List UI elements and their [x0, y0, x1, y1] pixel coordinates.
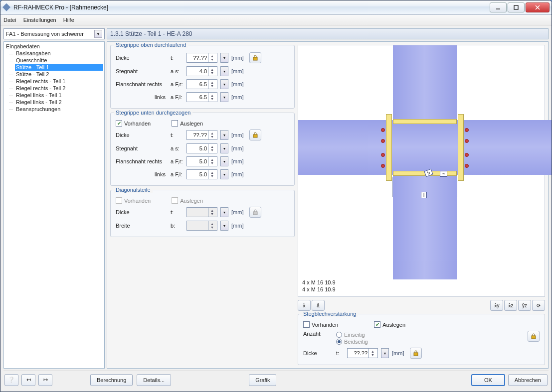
- diag-present-check[interactable]: Vorhanden: [116, 197, 151, 204]
- group-bottom-rib: Stegrippe unten durchgezogen ✔Vorhanden …: [110, 113, 295, 186]
- ok-button[interactable]: OK: [471, 374, 505, 386]
- bottom-flange-l-input[interactable]: 5.0▲▼: [186, 169, 217, 179]
- viewer-toolbar: x̂ â x̂y x̂z ŷz ⟳: [298, 300, 545, 311]
- view-iso-button[interactable]: ⟳: [532, 300, 545, 311]
- view-xz-button[interactable]: x̂z: [504, 300, 517, 311]
- tree-item[interactable]: Stütze - Teil 2: [15, 71, 103, 78]
- group-webplate: Stegblechverstärkung Vorhanden ✔Auslegen…: [298, 314, 545, 365]
- webplate-thickness-input[interactable]: ??.??▲▼: [347, 348, 378, 358]
- content-header: 1.3.1 Stütze - Teil 1 - HE-A 280: [107, 28, 549, 39]
- webplate-thickness-lock[interactable]: [410, 348, 422, 359]
- top-flange-l-input[interactable]: 6.5▲▼: [186, 92, 217, 102]
- top-webweld-drop[interactable]: ▾: [220, 66, 228, 76]
- tree-root[interactable]: Eingabedaten: [5, 43, 103, 50]
- tree-item[interactable]: Riegel links - Teil 2: [15, 99, 103, 106]
- bottom-webweld-input[interactable]: 5.0▲▼: [186, 143, 217, 153]
- cancel-button[interactable]: Abbrechen: [508, 374, 548, 386]
- webplate-count-lock[interactable]: [528, 331, 540, 342]
- webplate-present-check[interactable]: Vorhanden: [303, 321, 338, 328]
- svg-rect-7: [532, 336, 536, 339]
- nav-tree[interactable]: Eingabedaten BasisangabenQuerschnitteStü…: [3, 41, 105, 369]
- tree-item[interactable]: Riegel rechts - Teil 2: [15, 85, 103, 92]
- svg-rect-1: [514, 5, 518, 9]
- calc-button[interactable]: Berechnung: [90, 374, 133, 386]
- minimize-button[interactable]: [490, 2, 507, 12]
- graphic-button[interactable]: Grafik: [249, 374, 276, 386]
- tree-item[interactable]: Basisangaben: [15, 50, 103, 57]
- svg-rect-5: [253, 134, 257, 137]
- top-thickness-lock[interactable]: [249, 52, 261, 63]
- group-diagonal: Diagonalsteife Vorhanden Auslegen Dicke …: [110, 190, 295, 237]
- chevron-down-icon: ▼: [94, 30, 102, 38]
- loadcase-combo[interactable]: FA1 - Bemessung von schwerer ▼: [3, 28, 105, 39]
- group-top-rib: Stegrippe oben durchlaufend Dicke t: ??.…: [110, 45, 295, 109]
- menu-file[interactable]: Datei: [3, 17, 16, 23]
- viewer-annot-1: 4 x M 16 10.9: [302, 279, 336, 285]
- menu-settings[interactable]: Einstellungen: [23, 17, 56, 23]
- app-window: RF-RAHMECK Pro - [Rahmenecke] Datei Eins…: [0, 0, 552, 392]
- view-yz-button[interactable]: ŷz: [518, 300, 531, 311]
- maximize-button[interactable]: [508, 2, 525, 12]
- diag-thickness-input: ▲▼: [186, 207, 217, 217]
- menu-help[interactable]: Hilfe: [63, 17, 74, 23]
- diag-auto-check[interactable]: Auslegen: [172, 197, 203, 204]
- menubar: Datei Einstellungen Hilfe: [0, 14, 552, 25]
- diag-width-input: ▲▼: [186, 221, 217, 231]
- viewer-annot-2: 4 x M 16 10.9: [302, 286, 336, 292]
- bottom-auto-check[interactable]: Auslegen: [172, 120, 203, 127]
- webplate-two-sided-radio[interactable]: Beidseitig: [336, 339, 368, 345]
- svg-rect-4: [253, 57, 257, 60]
- tree-item[interactable]: Beanspruchungen: [15, 106, 103, 113]
- webplate-one-sided-radio[interactable]: Einseitig: [336, 332, 368, 338]
- bottom-thickness-input[interactable]: ??.??▲▼: [186, 130, 217, 140]
- next-button[interactable]: ↦: [38, 374, 52, 386]
- top-webweld-input[interactable]: 4.0▲▼: [186, 66, 217, 76]
- window-title: RF-RAHMECK Pro - [Rahmenecke]: [13, 4, 486, 11]
- svg-rect-8: [414, 353, 418, 356]
- close-button[interactable]: [526, 2, 550, 12]
- bottom-flange-r-input[interactable]: 5.0▲▼: [186, 156, 217, 166]
- top-flange-r-input[interactable]: 6.5▲▼: [186, 79, 217, 89]
- beam-member: [298, 120, 552, 175]
- loadcase-combo-text: FA1 - Bemessung von schwerer: [6, 31, 84, 37]
- diag-lock: [249, 207, 261, 218]
- view-a-button[interactable]: â: [312, 300, 325, 311]
- svg-rect-6: [253, 212, 257, 215]
- prev-button[interactable]: ↤: [21, 374, 35, 386]
- view-xy-button[interactable]: x̂y: [490, 300, 503, 311]
- view-x-button[interactable]: x̂: [298, 300, 311, 311]
- content-area: Stegrippe oben durchlaufend Dicke t: ??.…: [107, 41, 549, 369]
- help-button[interactable]: ❔: [4, 374, 18, 386]
- tree-item[interactable]: Riegel links - Teil 1: [15, 92, 103, 99]
- webplate-auto-check[interactable]: ✔Auslegen: [374, 321, 405, 328]
- dim-label-l: l: [421, 192, 427, 198]
- app-icon: [2, 3, 10, 11]
- tree-item[interactable]: Riegel rechts - Teil 1: [15, 78, 103, 85]
- top-thickness-label: Dicke: [116, 55, 168, 61]
- group-top-title: Stegrippe oben durchlaufend: [114, 42, 188, 48]
- 3d-viewer[interactable]: l b ~ 4 x M 16 10.9 4 x M 16 10.9: [298, 45, 545, 297]
- bottom-thickness-lock[interactable]: [249, 130, 261, 140]
- footer: ❔ ↤ ↦ Berechnung Details... Grafik OK Ab…: [3, 371, 549, 389]
- top-thickness-input[interactable]: ??.??▲▼: [186, 53, 217, 63]
- top-thickness-drop[interactable]: ▾: [220, 53, 228, 63]
- details-button[interactable]: Details...: [137, 374, 171, 386]
- titlebar: RF-RAHMECK Pro - [Rahmenecke]: [0, 0, 552, 14]
- tree-item[interactable]: Stütze - Teil 1: [15, 64, 103, 71]
- bottom-present-check[interactable]: ✔Vorhanden: [116, 120, 151, 127]
- tree-item[interactable]: Querschnitte: [15, 57, 103, 64]
